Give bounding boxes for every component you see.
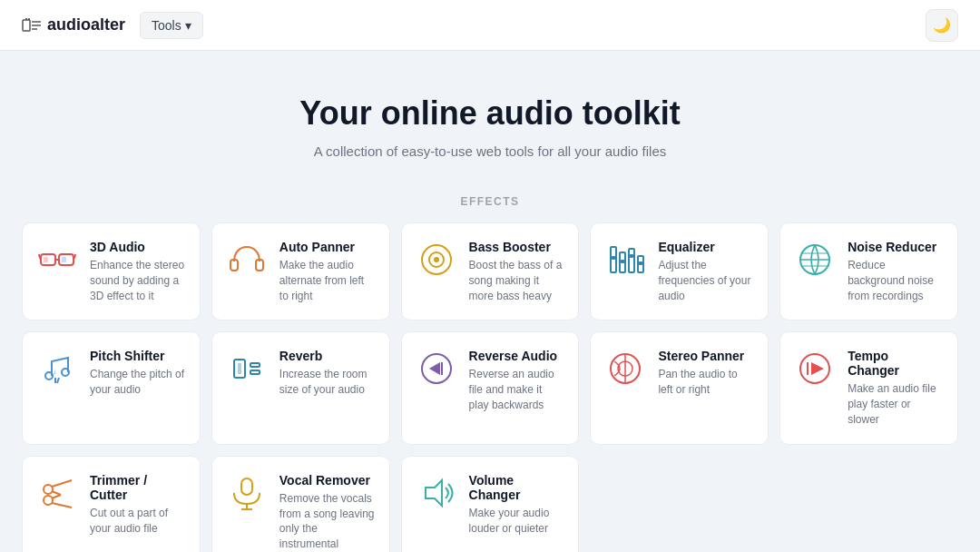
tool-name-equalizer: Equalizer bbox=[658, 240, 753, 254]
tool-desc-reverse-audio: Reverse an audio file and make it play b… bbox=[469, 367, 564, 412]
tool-icon-volume-changer bbox=[416, 473, 456, 513]
svg-point-44 bbox=[44, 485, 53, 494]
svg-line-47 bbox=[52, 503, 72, 508]
svg-line-48 bbox=[52, 491, 61, 495]
svg-rect-33 bbox=[250, 363, 260, 367]
svg-rect-0 bbox=[23, 20, 30, 31]
svg-line-46 bbox=[52, 480, 72, 487]
tool-name-trimmer-cutter: Trimmer / Cutter bbox=[90, 473, 185, 502]
hero-title: Your online audio toolkit bbox=[22, 94, 958, 133]
tool-text-3d-audio: 3D Audio Enhance the stereo sound by add… bbox=[90, 240, 185, 303]
tool-text-pitch-shifter: Pitch Shifter Change the pitch of your a… bbox=[90, 349, 185, 398]
hero-subtitle: A collection of easy-to-use web tools fo… bbox=[22, 143, 958, 159]
moon-icon: 🌙 bbox=[933, 16, 951, 34]
tool-desc-volume-changer: Make your audio louder or quieter bbox=[469, 506, 564, 537]
tool-name-noise-reducer: Noise Reducer bbox=[848, 240, 943, 254]
svg-rect-34 bbox=[250, 370, 260, 374]
svg-marker-53 bbox=[426, 480, 442, 506]
svg-rect-23 bbox=[639, 261, 642, 265]
tool-icon-reverse-audio bbox=[416, 349, 456, 389]
tool-icon-pitch-shifter: ↓ bbox=[37, 349, 77, 389]
tool-name-3d-audio: 3D Audio bbox=[90, 240, 185, 254]
tool-name-stereo-panner: Stereo Panner bbox=[658, 349, 753, 363]
site-header: audioalter Tools ▾ 🌙 bbox=[0, 0, 980, 51]
svg-rect-1 bbox=[25, 18, 27, 20]
tool-card-volume-changer[interactable]: Volume Changer Make your audio louder or… bbox=[401, 456, 580, 552]
svg-rect-50 bbox=[241, 478, 252, 495]
tools-label: Tools bbox=[152, 18, 181, 33]
tool-card-trimmer-cutter[interactable]: Trimmer / Cutter Cut out a part of your … bbox=[22, 456, 201, 552]
tool-desc-pitch-shifter: Change the pitch of your audio bbox=[90, 367, 185, 398]
svg-point-15 bbox=[434, 257, 439, 262]
svg-marker-36 bbox=[429, 362, 440, 375]
tool-icon-reverb bbox=[227, 349, 267, 389]
tool-desc-stereo-panner: Pan the audio to left or right bbox=[658, 367, 753, 398]
tool-text-auto-panner: Auto Panner Make the audio alternate fro… bbox=[279, 240, 375, 303]
svg-text:↓: ↓ bbox=[53, 368, 56, 376]
svg-rect-2 bbox=[28, 18, 30, 20]
tool-desc-reverb: Increase the room size of your audio bbox=[279, 367, 375, 398]
main-content: Your online audio toolkit A collection o… bbox=[0, 51, 980, 552]
tool-icon-equalizer bbox=[605, 240, 645, 280]
tool-desc-noise-reducer: Reduce background noise from recordings bbox=[848, 258, 943, 303]
tool-text-reverb: Reverb Increase the room size of your au… bbox=[279, 349, 375, 398]
tool-card-equalizer[interactable]: Equalizer Adjust the frequencies of your… bbox=[590, 222, 769, 320]
tool-card-tempo-changer[interactable]: Tempo Changer Make an audio file play fa… bbox=[779, 331, 958, 444]
tool-card-bass-booster[interactable]: Bass Booster Boost the bass of a song ma… bbox=[401, 222, 580, 320]
header-left: audioalter Tools ▾ bbox=[22, 12, 203, 39]
tool-icon-tempo-changer bbox=[795, 349, 835, 389]
tool-text-bass-booster: Bass Booster Boost the bass of a song ma… bbox=[469, 240, 564, 303]
tool-card-reverse-audio[interactable]: Reverse Audio Reverse an audio file and … bbox=[401, 331, 580, 444]
tool-desc-vocal-remover: Remove the vocals from a song leaving on… bbox=[279, 491, 375, 552]
svg-rect-20 bbox=[612, 256, 615, 260]
tool-card-pitch-shifter[interactable]: ↓ Pitch Shifter Change the pitch of your… bbox=[22, 331, 201, 444]
chevron-down-icon: ▾ bbox=[185, 18, 191, 33]
tool-card-reverb[interactable]: Reverb Increase the room size of your au… bbox=[211, 331, 390, 444]
tool-text-vocal-remover: Vocal Remover Remove the vocals from a s… bbox=[279, 473, 375, 552]
svg-rect-9 bbox=[44, 257, 48, 262]
hero-section: Your online audio toolkit A collection o… bbox=[22, 94, 958, 159]
tool-name-pitch-shifter: Pitch Shifter bbox=[90, 349, 185, 363]
dark-mode-toggle[interactable]: 🌙 bbox=[926, 9, 958, 42]
tool-desc-equalizer: Adjust the frequencies of your audio bbox=[658, 258, 753, 303]
tool-text-noise-reducer: Noise Reducer Reduce background noise fr… bbox=[848, 240, 943, 303]
tools-grid: 3D Audio Enhance the stereo sound by add… bbox=[22, 222, 958, 552]
tool-desc-auto-panner: Make the audio alternate from left to ri… bbox=[279, 258, 375, 303]
tool-name-volume-changer: Volume Changer bbox=[469, 473, 564, 502]
tool-icon-auto-panner bbox=[227, 240, 267, 280]
tool-name-reverse-audio: Reverse Audio bbox=[469, 349, 564, 363]
tool-icon-vocal-remover bbox=[227, 473, 267, 513]
tool-text-equalizer: Equalizer Adjust the frequencies of your… bbox=[658, 240, 753, 303]
svg-rect-10 bbox=[62, 257, 66, 262]
tool-icon-noise-reducer bbox=[795, 240, 835, 280]
tool-card-stereo-panner[interactable]: Stereo Panner Pan the audio to left or r… bbox=[590, 331, 769, 444]
tool-text-trimmer-cutter: Trimmer / Cutter Cut out a part of your … bbox=[90, 473, 185, 537]
tool-text-stereo-panner: Stereo Panner Pan the audio to left or r… bbox=[658, 349, 753, 398]
svg-point-45 bbox=[44, 496, 53, 505]
tool-desc-3d-audio: Enhance the stereo sound by adding a 3D … bbox=[90, 258, 185, 303]
svg-marker-42 bbox=[811, 362, 824, 375]
tool-desc-bass-booster: Boost the bass of a song making it more … bbox=[469, 258, 564, 303]
logo-icon bbox=[22, 15, 42, 35]
tools-button[interactable]: Tools ▾ bbox=[140, 12, 203, 39]
tool-name-bass-booster: Bass Booster bbox=[469, 240, 564, 254]
svg-rect-32 bbox=[238, 363, 241, 374]
tool-name-tempo-changer: Tempo Changer bbox=[848, 349, 943, 378]
logo-text: audioalter bbox=[47, 15, 125, 34]
tool-card-vocal-remover[interactable]: Vocal Remover Remove the vocals from a s… bbox=[211, 456, 390, 552]
svg-rect-22 bbox=[630, 254, 633, 258]
tool-name-reverb: Reverb bbox=[279, 349, 375, 363]
tool-card-noise-reducer[interactable]: Noise Reducer Reduce background noise fr… bbox=[779, 222, 958, 320]
tool-text-reverse-audio: Reverse Audio Reverse an audio file and … bbox=[469, 349, 564, 412]
tool-text-volume-changer: Volume Changer Make your audio louder or… bbox=[469, 473, 564, 537]
tool-icon-3d-audio bbox=[37, 240, 77, 280]
tool-desc-trimmer-cutter: Cut out a part of your audio file bbox=[90, 506, 185, 537]
section-label: EFFECTS bbox=[22, 195, 958, 208]
logo[interactable]: audioalter bbox=[22, 15, 125, 35]
tool-card-auto-panner[interactable]: Auto Panner Make the audio alternate fro… bbox=[211, 222, 390, 320]
tool-card-3d-audio[interactable]: 3D Audio Enhance the stereo sound by add… bbox=[22, 222, 201, 320]
tool-icon-bass-booster bbox=[416, 240, 456, 280]
svg-rect-21 bbox=[621, 260, 624, 263]
svg-rect-18 bbox=[629, 249, 634, 272]
tool-name-vocal-remover: Vocal Remover bbox=[279, 473, 375, 488]
